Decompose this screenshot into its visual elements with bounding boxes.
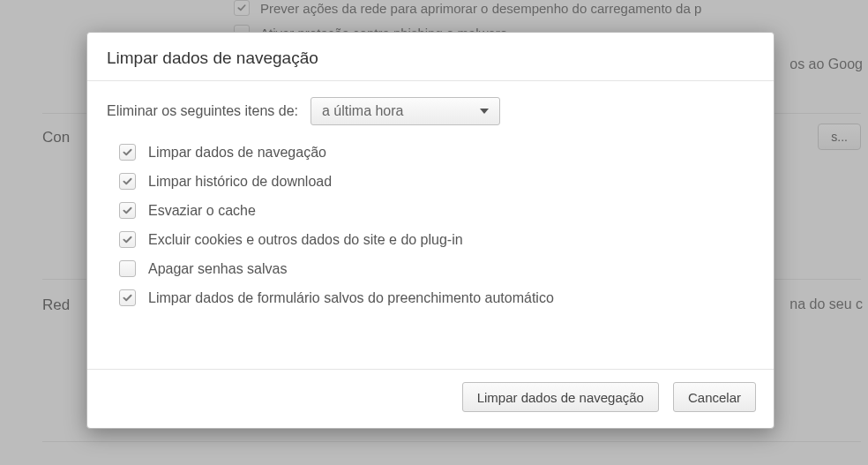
checkbox[interactable] [119, 231, 136, 248]
button-label: Limpar dados de navegação [477, 390, 644, 405]
checkbox[interactable] [119, 144, 136, 161]
time-range-select[interactable]: a última hora [311, 97, 500, 125]
bg-section-label: Red [42, 296, 70, 314]
options-list: Limpar dados de navegaçãoLimpar históric… [107, 138, 754, 312]
time-range-label: Eliminar os seguintes itens de: [107, 103, 298, 119]
option-row: Esvaziar o cache [119, 196, 754, 225]
option-row: Excluir cookies e outros dados do site e… [119, 225, 754, 254]
cancel-button[interactable]: Cancelar [673, 382, 756, 412]
clear-data-button[interactable]: Limpar dados de navegação [462, 382, 659, 412]
option-label: Limpar histórico de download [148, 174, 332, 190]
option-label: Apagar senhas salvas [148, 261, 287, 277]
bg-option-text: Prever ações da rede para aprimorar o de… [260, 1, 701, 16]
option-label: Limpar dados de formulário salvos do pre… [148, 290, 554, 306]
chevron-down-icon [480, 109, 489, 114]
checkbox[interactable] [119, 289, 136, 306]
option-row: Limpar dados de navegação [119, 138, 754, 167]
divider [42, 441, 861, 442]
option-label: Excluir cookies e outros dados do site e… [148, 232, 463, 248]
checkbox[interactable] [119, 260, 136, 277]
checkbox-icon [234, 0, 250, 16]
option-label: Esvaziar o cache [148, 203, 256, 219]
time-range-selected: a última hora [322, 103, 404, 119]
clear-browsing-data-dialog: Limpar dados de navegação Eliminar os se… [86, 32, 774, 429]
checkbox[interactable] [119, 173, 136, 190]
bg-section-label: Con [42, 129, 70, 146]
checkbox[interactable] [119, 202, 136, 219]
button-label: Cancelar [688, 390, 741, 405]
option-row: Apagar senhas salvas [119, 254, 754, 283]
time-range-row: Eliminar os seguintes itens de: a última… [107, 97, 754, 125]
dialog-title: Limpar dados de navegação [87, 33, 774, 81]
dialog-body: Eliminar os seguintes itens de: a última… [87, 81, 774, 321]
bg-text-fragment: os ao Goog [789, 56, 863, 72]
option-row: Limpar histórico de download [119, 167, 754, 196]
option-row: Limpar dados de formulário salvos do pre… [119, 283, 754, 312]
option-label: Limpar dados de navegação [148, 145, 326, 161]
dialog-footer: Limpar dados de navegação Cancelar [87, 369, 774, 428]
bg-button: s... [818, 124, 861, 150]
bg-text-fragment: na do seu c [789, 296, 863, 312]
